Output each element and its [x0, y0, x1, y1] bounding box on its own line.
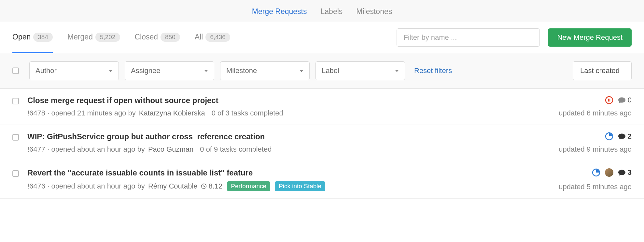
state-tab-all[interactable]: All6,436 — [195, 22, 230, 53]
state-tab-open[interactable]: Open384 — [12, 22, 53, 53]
svg-rect-1 — [608, 99, 609, 102]
state-tab-count: 384 — [33, 33, 53, 42]
ci-running-icon — [592, 168, 600, 177]
dropdown-label: Author — [35, 67, 57, 75]
top-nav: Merge RequestsLabelsMilestones — [0, 0, 644, 22]
chevron-down-icon — [395, 70, 399, 72]
label-dropdown[interactable]: Label — [315, 61, 405, 80]
ci-running-icon — [605, 132, 613, 141]
state-tab-label: All — [195, 33, 203, 41]
milestone-dropdown[interactable]: Milestone — [220, 61, 310, 80]
chevron-down-icon — [204, 70, 208, 72]
mr-author-link[interactable]: Katarzyna Kobierska — [139, 109, 205, 117]
state-tab-label: Open — [12, 33, 31, 41]
chevron-down-icon — [300, 70, 303, 72]
state-tab-merged[interactable]: Merged5,202 — [67, 22, 120, 53]
mr-title-link[interactable]: WIP: GitPushService group but author cro… — [27, 132, 512, 141]
merge-request-row: Close merge request if open without sour… — [0, 89, 644, 125]
mr-author-link[interactable]: Rémy Coutable — [148, 182, 198, 190]
select-all-checkbox[interactable] — [12, 68, 19, 74]
mr-tasks: 0 of 9 tasks completed — [200, 145, 272, 154]
milestone-label: 8.12 — [209, 182, 223, 190]
state-tab-closed[interactable]: Closed850 — [135, 22, 180, 53]
tabs-row: Open384Merged5,202Closed850All6,436 New … — [0, 22, 644, 53]
mr-main: Close merge request if open without sour… — [27, 96, 512, 117]
mr-reference: !6478 · opened 21 minutes ago by — [27, 109, 136, 117]
mr-tasks: 0 of 3 tasks completed — [212, 109, 283, 117]
filter-dropdowns: AuthorAssigneeMilestoneLabel — [29, 61, 405, 80]
sort-dropdown[interactable]: Last created — [573, 61, 632, 80]
comments-count[interactable]: 0 — [618, 96, 632, 104]
comments-count[interactable]: 2 — [618, 132, 632, 141]
mr-author-link[interactable]: Paco Guzman — [148, 145, 193, 154]
reset-filters-link[interactable]: Reset filters — [414, 67, 452, 75]
comment-icon — [618, 169, 626, 176]
dropdown-label: Assignee — [131, 67, 161, 75]
mr-right: 3updated 5 minutes ago — [521, 168, 632, 191]
ci-pending-icon — [605, 96, 613, 104]
merge-request-row: Revert the "accurate issuable counts in … — [0, 161, 644, 199]
svg-point-0 — [606, 97, 613, 104]
state-tab-count: 5,202 — [95, 33, 120, 42]
comments-number: 3 — [628, 168, 632, 177]
state-tabs: Open384Merged5,202Closed850All6,436 — [12, 22, 397, 53]
clock-icon — [201, 183, 207, 189]
merge-request-list: Close merge request if open without sour… — [0, 89, 644, 199]
mr-main: WIP: GitPushService group but author cro… — [27, 132, 512, 154]
mr-status-icons: 3 — [592, 168, 632, 177]
mr-updated: updated 5 minutes ago — [559, 183, 632, 191]
mr-updated: updated 9 minutes ago — [559, 145, 632, 154]
state-tab-label: Closed — [135, 33, 158, 41]
mr-meta: !6478 · opened 21 minutes ago by Katarzy… — [27, 109, 512, 117]
dropdown-label: Milestone — [226, 67, 257, 75]
mr-updated: updated 6 minutes ago — [559, 109, 632, 117]
merge-request-row: WIP: GitPushService group but author cro… — [0, 125, 644, 161]
author-dropdown[interactable]: Author — [29, 61, 119, 80]
row-checkbox[interactable] — [12, 98, 19, 104]
state-tab-label: Merged — [67, 33, 93, 41]
state-tab-count: 850 — [161, 33, 180, 42]
mr-reference: !6476 · opened about an hour ago by — [27, 182, 145, 190]
row-checkbox[interactable] — [12, 170, 19, 177]
mr-meta: !6476 · opened about an hour ago by Rémy… — [27, 181, 512, 191]
sort-label: Last created — [580, 67, 620, 75]
assignee-dropdown[interactable]: Assignee — [125, 61, 214, 80]
mr-status-icons: 2 — [605, 132, 632, 141]
mr-meta: !6477 · opened about an hour ago by Paco… — [27, 145, 512, 154]
comment-icon — [618, 97, 626, 104]
row-checkbox[interactable] — [12, 134, 19, 141]
state-tab-count: 6,436 — [205, 33, 230, 42]
assignee-avatar[interactable] — [605, 168, 613, 177]
mr-main: Revert the "accurate issuable counts in … — [27, 168, 512, 191]
comment-icon — [618, 133, 626, 140]
comments-number: 0 — [628, 96, 632, 104]
mr-reference: !6477 · opened about an hour ago by — [27, 145, 145, 154]
new-merge-request-button[interactable]: New Merge Request — [548, 28, 632, 47]
nav-link-labels[interactable]: Labels — [321, 7, 343, 16]
comments-count[interactable]: 3 — [618, 168, 632, 177]
mr-right: 0updated 6 minutes ago — [521, 96, 632, 117]
filters-bar: AuthorAssigneeMilestoneLabel Reset filte… — [0, 53, 644, 89]
dropdown-label: Label — [322, 67, 339, 75]
nav-link-merge-requests[interactable]: Merge Requests — [252, 7, 307, 16]
mr-right: 2updated 9 minutes ago — [521, 132, 632, 154]
mr-milestone[interactable]: 8.12 — [201, 182, 223, 190]
mr-title-link[interactable]: Close merge request if open without sour… — [27, 96, 512, 105]
mr-status-icons: 0 — [605, 96, 632, 104]
nav-link-milestones[interactable]: Milestones — [356, 7, 392, 16]
label-chip[interactable]: Pick into Stable — [275, 181, 325, 191]
filter-by-name-input[interactable] — [397, 28, 540, 47]
svg-rect-2 — [609, 99, 610, 102]
chevron-down-icon — [109, 70, 113, 72]
comments-number: 2 — [628, 132, 632, 141]
mr-title-link[interactable]: Revert the "accurate issuable counts in … — [27, 168, 512, 177]
label-chip[interactable]: Performance — [227, 181, 270, 191]
